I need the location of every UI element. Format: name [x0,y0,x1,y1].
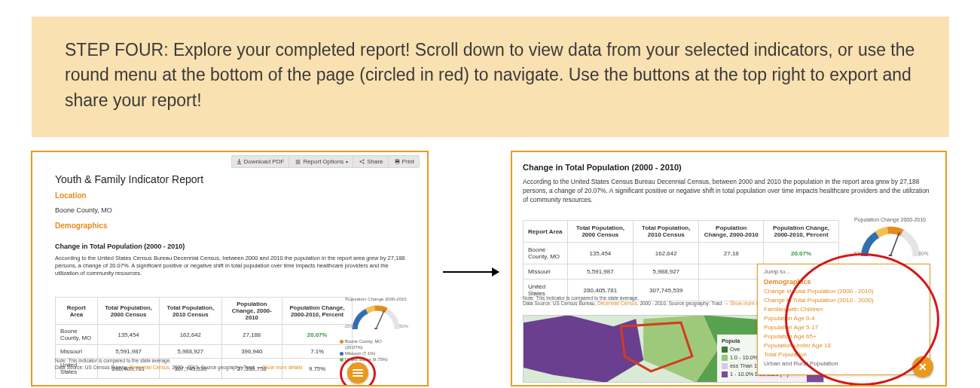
svg-rect-0 [296,160,301,160]
options-label: Report Options [303,158,343,165]
gauge-legend: Boone County, MO(20.07%) Missouri (7.1%)… [340,338,412,362]
table-footnote: Note: This indicator is compared to the … [55,357,302,371]
col-change: Population Change, 2000-2010 [221,298,282,325]
table-footnote: Note: This indicator is compared to the … [523,295,770,306]
svg-rect-8 [395,162,398,163]
close-icon: ✕ [918,361,927,373]
jump-item[interactable]: Population Age 5-17 [764,323,924,332]
share-label: Share [367,158,383,165]
arrow-icon [443,271,499,273]
jump-item[interactable]: Population Age 0-4 [764,314,924,323]
col-area: Report Area [56,298,98,325]
share-icon [359,159,365,164]
navigation-fab[interactable] [347,362,368,383]
screenshot-jump-menu: Change in Total Population (2000 - 2010)… [511,151,947,386]
svg-point-4 [363,159,365,160]
location-value: Boone County, MO [55,206,112,214]
svg-rect-1 [296,162,301,163]
print-icon [395,159,400,164]
share-button[interactable]: Share [355,156,388,167]
download-label: Download PDF [244,158,285,165]
svg-point-3 [360,161,362,163]
indicator-description: According to the United States Census Bu… [55,255,409,277]
show-more-link[interactable]: Show more details [262,365,302,370]
jump-item[interactable]: Families with Children [764,305,924,314]
print-button[interactable]: Print [390,156,419,167]
download-icon [237,159,242,164]
jump-to-panel: Jump to... Demographics Change in Total … [757,264,930,375]
instruction-banner: STEP FOUR: Explore your completed report… [32,17,949,137]
jump-item[interactable]: Population Under Age 18 [764,341,924,350]
table-row: Boone County, MO 135,454 162,642 27,18 2… [524,243,839,264]
source-link[interactable]: Decennial Census [597,301,637,306]
chevron-down-icon: ▾ [346,159,348,164]
report-toolbar: Download PDF Report Options ▾ Share Prin… [231,155,420,168]
close-fab[interactable]: ✕ [912,356,933,377]
source-link[interactable]: Decennial Census [130,365,169,370]
demographics-heading: Demographics [55,221,107,230]
options-icon [295,159,301,164]
download-pdf-button[interactable]: Download PDF [232,156,290,167]
report-options-button[interactable]: Report Options ▾ [291,156,353,167]
table-row: Boone County, MO 135,454 162,642 27,188 … [56,325,353,345]
svg-rect-6 [395,160,398,160]
jump-item[interactable]: Total Population [764,350,924,359]
gauge-chart: Population Change 2000-2010 -25%50% Boon… [340,297,412,362]
jump-item[interactable]: Change in Total Population (2000 - 2010) [764,287,924,296]
table-row: Missouri 5,591,987 5,988,927 396,940 7.1… [56,345,353,359]
col-2010: Total Population, 2010 Census [160,298,221,325]
jump-header: Jump to... [764,268,924,275]
jump-item[interactable]: Urban and Rural Population [764,359,924,368]
svg-point-5 [363,163,365,164]
indicator-description: According to the United States Census Bu… [523,178,936,205]
report-title: Youth & Family Indicator Report [55,173,203,185]
col-2000: Total Population, 2000 Census [97,298,159,325]
jump-item[interactable]: Population Age 65+ [764,332,924,341]
jump-item[interactable]: Change in Total Population (2010 - 2020) [764,296,924,305]
svg-rect-2 [296,163,301,164]
indicator-title: Change in Total Population (2000 - 2010) [55,243,185,250]
indicator-title: Change in Total Population (2000 - 2010) [523,163,682,172]
menu-icon [353,369,363,377]
print-label: Print [402,158,414,165]
screenshot-report-view: Download PDF Report Options ▾ Share Prin… [31,151,429,386]
jump-group-demographics[interactable]: Demographics [764,278,924,286]
location-heading: Location [55,191,87,200]
